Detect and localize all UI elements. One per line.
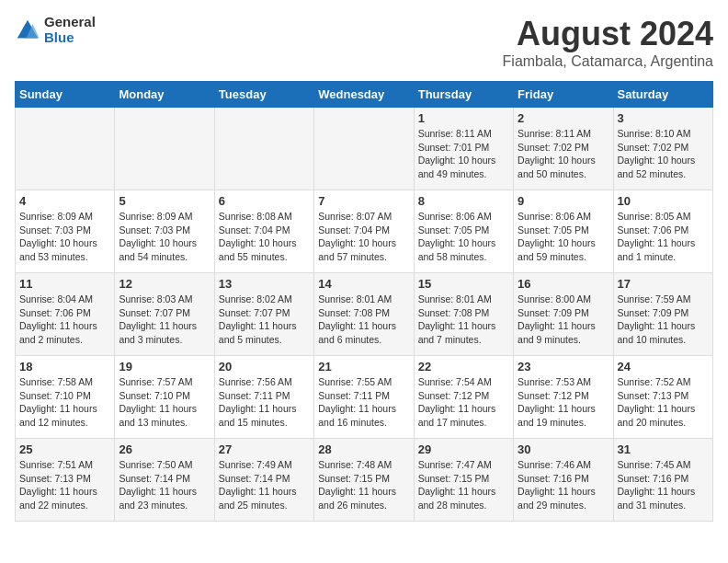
cell-detail: Sunrise: 8:06 AMSunset: 7:05 PMDaylight:… xyxy=(418,210,509,264)
calendar-cell: 16Sunrise: 8:00 AMSunset: 7:09 PMDayligh… xyxy=(514,273,613,356)
calendar-cell: 15Sunrise: 8:01 AMSunset: 7:08 PMDayligh… xyxy=(414,273,513,356)
calendar-cell: 31Sunrise: 7:45 AMSunset: 7:16 PMDayligh… xyxy=(613,439,712,522)
cell-detail: Sunrise: 8:07 AMSunset: 7:04 PMDaylight:… xyxy=(318,210,409,264)
calendar-cell xyxy=(214,108,313,190)
cell-detail: Sunrise: 7:48 AMSunset: 7:15 PMDaylight:… xyxy=(318,458,409,512)
page-header: General Blue August 2024 Fiambala, Catam… xyxy=(15,15,713,70)
day-number: 14 xyxy=(318,277,409,291)
calendar-cell: 30Sunrise: 7:46 AMSunset: 7:16 PMDayligh… xyxy=(514,439,613,522)
calendar-cell: 18Sunrise: 7:58 AMSunset: 7:10 PMDayligh… xyxy=(16,356,115,439)
day-number: 22 xyxy=(418,360,509,373)
header-tuesday: Tuesday xyxy=(214,82,313,108)
calendar-cell: 20Sunrise: 7:56 AMSunset: 7:11 PMDayligh… xyxy=(214,356,313,439)
calendar-cell: 9Sunrise: 8:06 AMSunset: 7:05 PMDaylight… xyxy=(514,190,613,273)
day-number: 12 xyxy=(119,277,210,291)
calendar-cell xyxy=(16,108,115,190)
calendar-cell: 21Sunrise: 7:55 AMSunset: 7:11 PMDayligh… xyxy=(314,356,414,439)
calendar-cell: 27Sunrise: 7:49 AMSunset: 7:14 PMDayligh… xyxy=(214,439,313,522)
calendar-cell: 6Sunrise: 8:08 AMSunset: 7:04 PMDaylight… xyxy=(214,190,313,273)
calendar-cell: 13Sunrise: 8:02 AMSunset: 7:07 PMDayligh… xyxy=(214,273,313,356)
calendar-cell: 29Sunrise: 7:47 AMSunset: 7:15 PMDayligh… xyxy=(414,439,513,522)
cell-detail: Sunrise: 8:00 AMSunset: 7:09 PMDaylight:… xyxy=(518,293,609,347)
calendar-cell: 11Sunrise: 8:04 AMSunset: 7:06 PMDayligh… xyxy=(16,273,115,356)
day-number: 18 xyxy=(19,360,110,373)
day-number: 28 xyxy=(318,442,409,456)
header-wednesday: Wednesday xyxy=(314,82,414,108)
day-number: 16 xyxy=(518,277,609,291)
cell-detail: Sunrise: 8:09 AMSunset: 7:03 PMDaylight:… xyxy=(119,210,210,264)
logo-icon xyxy=(15,17,40,43)
week-row-1: 1Sunrise: 8:11 AMSunset: 7:01 PMDaylight… xyxy=(16,108,713,190)
day-number: 19 xyxy=(119,360,210,373)
day-number: 27 xyxy=(219,442,310,456)
cell-detail: Sunrise: 8:05 AMSunset: 7:06 PMDaylight:… xyxy=(618,210,709,264)
calendar-cell: 28Sunrise: 7:48 AMSunset: 7:15 PMDayligh… xyxy=(314,439,414,522)
day-number: 10 xyxy=(618,194,709,208)
calendar-cell xyxy=(115,108,214,190)
cell-detail: Sunrise: 7:45 AMSunset: 7:16 PMDaylight:… xyxy=(618,458,709,512)
cell-detail: Sunrise: 7:54 AMSunset: 7:12 PMDaylight:… xyxy=(418,375,509,430)
day-number: 5 xyxy=(119,194,210,208)
calendar-cell: 4Sunrise: 8:09 AMSunset: 7:03 PMDaylight… xyxy=(16,190,115,273)
cell-detail: Sunrise: 8:11 AMSunset: 7:02 PMDaylight:… xyxy=(518,127,609,181)
calendar-cell: 7Sunrise: 8:07 AMSunset: 7:04 PMDaylight… xyxy=(314,190,414,273)
cell-detail: Sunrise: 7:57 AMSunset: 7:10 PMDaylight:… xyxy=(119,375,210,430)
day-number: 15 xyxy=(418,277,509,291)
day-number: 23 xyxy=(518,360,609,373)
cell-detail: Sunrise: 8:10 AMSunset: 7:02 PMDaylight:… xyxy=(618,127,709,181)
logo-blue-text: Blue xyxy=(44,30,96,46)
week-row-4: 18Sunrise: 7:58 AMSunset: 7:10 PMDayligh… xyxy=(16,356,713,439)
week-row-3: 11Sunrise: 8:04 AMSunset: 7:06 PMDayligh… xyxy=(16,273,713,356)
header-saturday: Saturday xyxy=(613,82,712,108)
calendar-cell: 17Sunrise: 7:59 AMSunset: 7:09 PMDayligh… xyxy=(613,273,712,356)
day-number: 30 xyxy=(518,442,609,456)
day-number: 1 xyxy=(418,111,509,125)
cell-detail: Sunrise: 8:03 AMSunset: 7:07 PMDaylight:… xyxy=(119,293,210,347)
cell-detail: Sunrise: 8:08 AMSunset: 7:04 PMDaylight:… xyxy=(219,210,310,264)
cell-detail: Sunrise: 8:09 AMSunset: 7:03 PMDaylight:… xyxy=(19,210,110,264)
day-number: 8 xyxy=(418,194,509,208)
logo-general-text: General xyxy=(44,15,96,30)
calendar-cell: 10Sunrise: 8:05 AMSunset: 7:06 PMDayligh… xyxy=(613,190,712,273)
cell-detail: Sunrise: 7:53 AMSunset: 7:12 PMDaylight:… xyxy=(518,375,609,430)
calendar-cell: 3Sunrise: 8:10 AMSunset: 7:02 PMDaylight… xyxy=(613,108,712,190)
cell-detail: Sunrise: 7:56 AMSunset: 7:11 PMDaylight:… xyxy=(219,375,310,430)
calendar-cell: 2Sunrise: 8:11 AMSunset: 7:02 PMDaylight… xyxy=(514,108,613,190)
day-number: 3 xyxy=(618,111,709,125)
cell-detail: Sunrise: 8:01 AMSunset: 7:08 PMDaylight:… xyxy=(418,293,509,347)
calendar-subtitle: Fiambala, Catamarca, Argentina xyxy=(503,53,713,70)
header-friday: Friday xyxy=(514,82,613,108)
header-row: SundayMondayTuesdayWednesdayThursdayFrid… xyxy=(16,82,713,108)
calendar-cell: 24Sunrise: 7:52 AMSunset: 7:13 PMDayligh… xyxy=(613,356,712,439)
day-number: 11 xyxy=(19,277,110,291)
cell-detail: Sunrise: 8:06 AMSunset: 7:05 PMDaylight:… xyxy=(518,210,609,264)
cell-detail: Sunrise: 7:49 AMSunset: 7:14 PMDaylight:… xyxy=(219,458,310,512)
day-number: 29 xyxy=(418,442,509,456)
cell-detail: Sunrise: 8:02 AMSunset: 7:07 PMDaylight:… xyxy=(219,293,310,347)
calendar-cell: 23Sunrise: 7:53 AMSunset: 7:12 PMDayligh… xyxy=(514,356,613,439)
header-thursday: Thursday xyxy=(414,82,513,108)
week-row-2: 4Sunrise: 8:09 AMSunset: 7:03 PMDaylight… xyxy=(16,190,713,273)
calendar-cell: 14Sunrise: 8:01 AMSunset: 7:08 PMDayligh… xyxy=(314,273,414,356)
day-number: 26 xyxy=(119,442,210,456)
calendar-cell: 8Sunrise: 8:06 AMSunset: 7:05 PMDaylight… xyxy=(414,190,513,273)
day-number: 7 xyxy=(318,194,409,208)
calendar-cell: 22Sunrise: 7:54 AMSunset: 7:12 PMDayligh… xyxy=(414,356,513,439)
calendar-cell: 26Sunrise: 7:50 AMSunset: 7:14 PMDayligh… xyxy=(115,439,214,522)
day-number: 4 xyxy=(19,194,110,208)
day-number: 21 xyxy=(318,360,409,373)
day-number: 17 xyxy=(618,277,709,291)
cell-detail: Sunrise: 8:11 AMSunset: 7:01 PMDaylight:… xyxy=(418,127,509,181)
calendar-header: SundayMondayTuesdayWednesdayThursdayFrid… xyxy=(16,82,713,108)
day-number: 6 xyxy=(219,194,310,208)
day-number: 24 xyxy=(618,360,709,373)
header-monday: Monday xyxy=(115,82,214,108)
day-number: 9 xyxy=(518,194,609,208)
logo: General Blue xyxy=(15,15,96,45)
day-number: 13 xyxy=(219,277,310,291)
cell-detail: Sunrise: 7:55 AMSunset: 7:11 PMDaylight:… xyxy=(318,375,409,430)
day-number: 2 xyxy=(518,111,609,125)
day-number: 31 xyxy=(618,442,709,456)
calendar-cell xyxy=(314,108,414,190)
calendar-title: August 2024 xyxy=(503,15,713,53)
